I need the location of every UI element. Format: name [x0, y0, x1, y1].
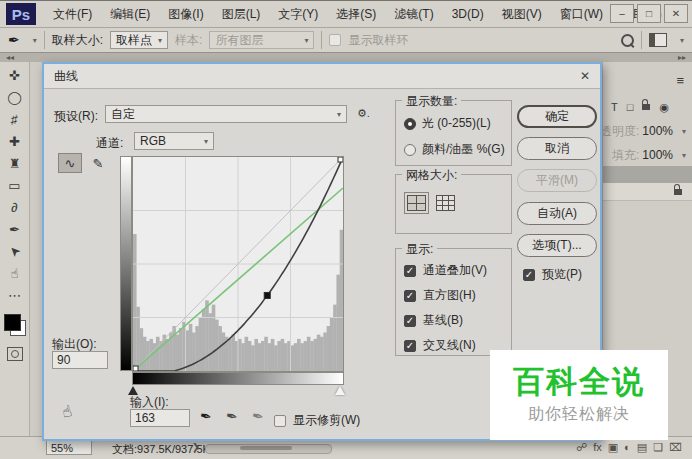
- chevron-down-icon[interactable]: ▾: [682, 151, 686, 160]
- checkbox[interactable]: ✓: [404, 315, 416, 327]
- panel-menu-icon[interactable]: ≡: [676, 73, 684, 88]
- move-tool[interactable]: ✜: [9, 68, 20, 83]
- hand-tool[interactable]: ☝: [11, 266, 19, 281]
- curve-tool-icon: ∿: [65, 156, 76, 171]
- radio-unselected[interactable]: [404, 144, 416, 156]
- minimize-button[interactable]: –: [610, 4, 634, 23]
- menu-item[interactable]: 3D(D): [443, 1, 493, 27]
- curve-grid[interactable]: [132, 156, 344, 372]
- curve-endpoint-shadow[interactable]: [133, 366, 138, 371]
- adjustment-layer-icon[interactable]: ◐: [624, 440, 631, 454]
- lock-frame-icon[interactable]: □: [627, 101, 634, 113]
- channel-select[interactable]: RGB ▾: [134, 132, 214, 150]
- dialog-button-ok[interactable]: 确定: [517, 105, 597, 128]
- input-field[interactable]: 163: [130, 409, 190, 427]
- show-clipping-checkbox[interactable]: [274, 415, 286, 427]
- white-point-eyedropper-icon[interactable]: ✒: [250, 407, 265, 425]
- new-layer-icon[interactable]: ❏: [653, 440, 663, 454]
- close-button[interactable]: ✕: [664, 4, 688, 23]
- workspace-panel-icon[interactable]: [649, 33, 667, 47]
- menu-item[interactable]: 窗口(W): [551, 1, 612, 27]
- direct-selection-tool[interactable]: ➤: [5, 242, 23, 260]
- options-bar: ✒ ▾ 取样大小: 取样点 ▾ 样本: 所有图层 ▾ 显示取样环 ▾: [0, 28, 692, 53]
- draw-curve-tool[interactable]: ✎: [86, 153, 110, 173]
- preset-select[interactable]: 自定 ▾: [105, 105, 347, 123]
- scrollbar-thumb[interactable]: [240, 446, 292, 450]
- highlight-input-slider[interactable]: [335, 386, 345, 395]
- checkbox[interactable]: ✓: [404, 290, 416, 302]
- foreground-color-swatch[interactable]: [4, 314, 21, 331]
- selected-layer-row[interactable]: [603, 166, 692, 183]
- maximize-button[interactable]: □: [637, 4, 661, 23]
- search-icon[interactable]: [621, 34, 634, 47]
- dialog-button-cancel[interactable]: 取消: [517, 137, 597, 160]
- radio-selected[interactable]: [404, 118, 416, 130]
- opacity-value[interactable]: 100%: [642, 124, 673, 138]
- pen-tool[interactable]: ✒: [9, 222, 20, 237]
- lock-text-icon[interactable]: T: [611, 101, 618, 113]
- menu-item[interactable]: 文字(Y): [269, 1, 327, 27]
- preset-options-gear-icon[interactable]: ⚙.: [357, 107, 370, 120]
- lasso-tool[interactable]: ◯: [7, 90, 22, 105]
- separator: [641, 31, 642, 49]
- dialog-titlebar[interactable]: 曲线 ✕: [44, 64, 600, 89]
- checkbox[interactable]: ✓: [404, 340, 416, 352]
- gray-point-eyedropper-icon[interactable]: ✒: [224, 407, 239, 425]
- link-layers-icon[interactable]: ☍: [576, 440, 587, 454]
- chevron-down-icon[interactable]: ▾: [680, 36, 684, 45]
- menu-item[interactable]: 图层(L): [213, 1, 270, 27]
- horizontal-scrollbar[interactable]: [205, 444, 332, 454]
- menu-item[interactable]: 图像(I): [159, 1, 212, 27]
- histogram-bar: [179, 328, 183, 371]
- histogram-bar: [336, 275, 340, 371]
- opacity-row: 不透明度: 100% ▾: [603, 122, 692, 140]
- photoshop-window: Ps 文件(F)编辑(E)图像(I)图层(L)文字(Y)选择(S)滤镜(T)3D…: [0, 0, 692, 459]
- quick-mask-icon[interactable]: [7, 347, 23, 361]
- smudge-tool[interactable]: ∂: [11, 200, 17, 215]
- sample-size-select[interactable]: 取样点 ▾: [110, 31, 168, 49]
- clone-stamp-tool[interactable]: ♜: [9, 156, 21, 171]
- delete-layer-icon[interactable]: ⌧: [669, 440, 682, 454]
- chevron-down-icon[interactable]: ▾: [682, 127, 686, 136]
- output-field[interactable]: 90: [52, 351, 108, 369]
- dialog-close-icon[interactable]: ✕: [580, 69, 590, 83]
- collapse-panels-right-icon[interactable]: ▸▸: [678, 53, 686, 62]
- menu-item[interactable]: 选择(S): [327, 1, 385, 27]
- lock-all-icon[interactable]: [642, 104, 650, 110]
- targeted-adjustment-tool-icon[interactable]: ☝: [60, 401, 74, 422]
- crop-tool[interactable]: ♯: [10, 112, 19, 128]
- show-options-legend: 显示:: [402, 241, 437, 258]
- selected-curve-point[interactable]: [264, 292, 270, 298]
- black-point-eyedropper-icon[interactable]: ✒: [198, 407, 213, 425]
- collapse-panels-left-icon[interactable]: ◂◂: [6, 53, 14, 62]
- lock-fill-icon[interactable]: ◉: [659, 101, 669, 114]
- preview-checkbox[interactable]: ✓: [523, 269, 535, 281]
- layer-mask-icon[interactable]: ▣: [608, 440, 618, 454]
- fill-value[interactable]: 100%: [642, 148, 673, 162]
- fine-grid-icon[interactable]: [436, 195, 455, 211]
- curve-endpoint-highlight[interactable]: [338, 157, 343, 162]
- menu-item[interactable]: 文件(F): [44, 1, 101, 27]
- preview-row: ✓ 预览(P): [523, 266, 582, 283]
- healing-brush-tool[interactable]: ✚: [9, 134, 20, 149]
- panel-menu-row: ≡: [603, 72, 692, 88]
- checkbox[interactable]: ✓: [404, 265, 416, 277]
- more-tools[interactable]: ⋯: [8, 288, 21, 303]
- zoom-level-field[interactable]: 55%: [46, 440, 92, 455]
- edit-points-tool[interactable]: ∿: [58, 153, 82, 173]
- menu-item[interactable]: 编辑(E): [101, 1, 159, 27]
- dialog-button-options[interactable]: 选项(T)...: [517, 234, 597, 257]
- eyedropper-caret-icon[interactable]: ▾: [33, 36, 37, 45]
- coarse-grid-icon[interactable]: [407, 195, 426, 211]
- eyedropper-tool-icon[interactable]: ✒: [8, 32, 20, 48]
- menu-item[interactable]: 视图(V): [493, 1, 551, 27]
- show-option-row: ✓交叉线(N): [404, 337, 476, 354]
- background-layer-row[interactable]: [603, 183, 692, 201]
- eraser-tool[interactable]: ▭: [8, 178, 20, 193]
- status-expand-icon[interactable]: ❯: [192, 442, 200, 452]
- layer-effects-icon[interactable]: fx: [593, 440, 602, 454]
- dialog-button-auto[interactable]: 自动(A): [517, 202, 597, 225]
- menu-item[interactable]: 滤镜(T): [385, 1, 442, 27]
- color-swatches[interactable]: [4, 314, 26, 336]
- layer-group-icon[interactable]: ▤: [637, 440, 647, 454]
